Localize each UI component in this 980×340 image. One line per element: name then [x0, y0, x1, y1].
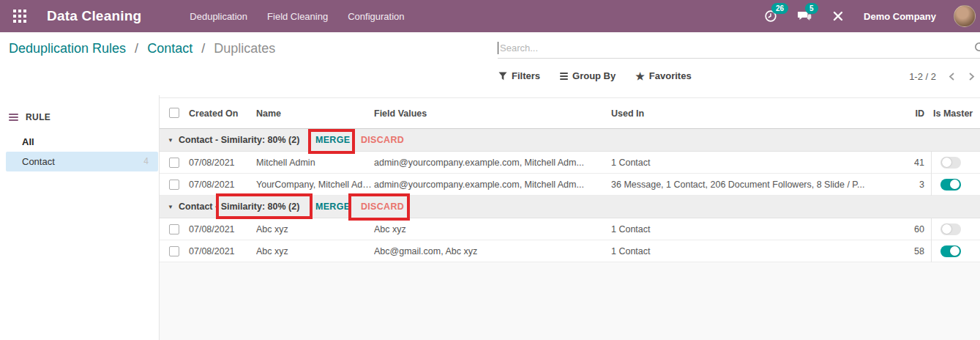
row-checkbox[interactable] [169, 158, 179, 168]
table-row[interactable]: 07/08/2021 Abc xyz Abc@gmail.com, Abc xy… [160, 240, 980, 262]
column-header-name[interactable]: Name [256, 108, 281, 119]
cell-field-values: Abc xyz [374, 218, 610, 240]
breadcrumb-contact[interactable]: Contact [147, 41, 192, 56]
toggle-knob [950, 246, 960, 256]
messages-badge: 5 [805, 3, 818, 14]
breadcrumb-separator: / [135, 41, 138, 56]
cell-used-in: 1 Contact [611, 152, 922, 174]
apps-menu-button[interactable] [9, 5, 31, 27]
cell-field-values: admin@yourcompany.example.com, Mitchell … [374, 152, 610, 174]
top-navbar: Data Cleaning Deduplication Field Cleani… [0, 0, 980, 32]
sidebar-item-label: Contact [22, 156, 55, 167]
is-master-toggle[interactable] [940, 157, 961, 169]
is-master-toggle[interactable] [940, 245, 961, 257]
row-checkbox[interactable] [169, 180, 179, 190]
row-checkbox[interactable] [169, 246, 179, 256]
sidebar-item-label: All [22, 136, 34, 147]
group-row-2[interactable]: ▼ Contact - Similarity: 80% (2) MERGE DI… [160, 196, 980, 218]
group-by-label: Group By [572, 70, 616, 81]
discard-button[interactable]: DISCARD [361, 196, 404, 218]
menu-item-deduplication[interactable]: Deduplication [190, 11, 247, 22]
merge-button[interactable]: MERGE [315, 196, 350, 218]
pager-previous-button[interactable] [948, 72, 956, 81]
table-row[interactable]: 07/08/2021 Mitchell Admin admin@yourcomp… [160, 152, 980, 174]
cell-name: Mitchell Admin [256, 152, 372, 174]
star-icon: ★ [635, 71, 645, 81]
filter-funnel-icon [498, 72, 507, 81]
column-header-used-in[interactable]: Used In [611, 108, 644, 119]
collapse-caret-icon[interactable]: ▼ [168, 196, 173, 218]
row-checkbox[interactable] [169, 224, 179, 234]
pager-range: 1-2 / 2 [909, 71, 936, 82]
cell-field-values: admin@yourcompany.example.com, Mitchell … [374, 174, 610, 196]
toggle-knob [950, 180, 960, 189]
cell-created-on: 07/08/2021 [189, 240, 235, 262]
favorites-label: Favorites [649, 70, 692, 81]
cell-id: 58 [914, 240, 924, 262]
navbar-right: 26 5 Demo Company [763, 5, 980, 27]
column-separator [931, 152, 932, 196]
menu-item-configuration[interactable]: Configuration [348, 11, 404, 22]
company-menu[interactable]: Demo Company [864, 11, 936, 22]
discard-button[interactable]: DISCARD [361, 129, 404, 152]
activities-badge: 26 [771, 3, 788, 14]
pager-next-button[interactable] [968, 72, 976, 81]
collapse-caret-icon[interactable]: ▼ [168, 129, 173, 152]
toggle-knob [942, 224, 951, 234]
activities-button[interactable]: 26 [763, 8, 779, 24]
favorites-button[interactable]: ★ Favorites [635, 70, 691, 81]
sidebar-item-count: 4 [143, 152, 149, 171]
group-label: Contact - Similarity: 80% (2) [179, 129, 299, 152]
menu-item-field-cleaning[interactable]: Field Cleaning [267, 11, 328, 22]
group-label: Contact - Similarity: 80% (2) [179, 196, 299, 218]
column-header-created-on[interactable]: Created On [189, 108, 238, 119]
table-row[interactable]: 07/08/2021 Abc xyz Abc xyz 1 Contact 60 [160, 218, 980, 240]
navbar-menu: Deduplication Field Cleaning Configurati… [190, 11, 404, 22]
group-by-icon [560, 73, 568, 80]
search-bar [498, 37, 980, 59]
toggle-knob [942, 158, 951, 167]
sidebar-item-all[interactable]: All [6, 132, 158, 152]
cell-field-values: Abc@gmail.com, Abc xyz [374, 240, 610, 262]
rule-list-icon [9, 114, 18, 121]
breadcrumb-separator: / [201, 41, 205, 56]
cell-used-in: 1 Contact [611, 240, 922, 262]
search-options: Filters Group By ★ Favorites [498, 70, 692, 81]
select-all-checkbox[interactable] [169, 108, 179, 118]
breadcrumb-current: Duplicates [214, 41, 275, 56]
search-icon[interactable] [974, 42, 980, 54]
sidebar-rule-heading: RULE [9, 112, 159, 122]
cell-name: Abc xyz [256, 240, 372, 262]
breadcrumb-deduplication-rules[interactable]: Deduplication Rules [9, 41, 126, 56]
table-row[interactable]: 07/08/2021 YourCompany, Mitchell Adm... … [160, 174, 980, 196]
group-row-1[interactable]: ▼ Contact - Similarity: 80% (2) MERGE DI… [160, 129, 980, 152]
is-master-toggle[interactable] [940, 223, 961, 235]
user-avatar[interactable] [954, 5, 976, 27]
is-master-toggle[interactable] [940, 179, 961, 191]
group-by-button[interactable]: Group By [560, 70, 616, 81]
column-header-is-master[interactable]: Is Master [933, 108, 973, 119]
column-header-id[interactable]: ID [916, 108, 925, 119]
sidebar: RULE All Contact 4 [0, 95, 160, 340]
cell-used-in: 36 Message, 1 Contact, 206 Document Foll… [611, 174, 922, 196]
messages-button[interactable]: 5 [796, 8, 812, 24]
merge-button[interactable]: MERGE [315, 129, 350, 152]
apps-grid-icon [13, 10, 26, 23]
cell-created-on: 07/08/2021 [189, 174, 235, 196]
support-tools-button[interactable] [830, 8, 846, 24]
sidebar-heading-label: RULE [26, 112, 51, 122]
filters-button[interactable]: Filters [498, 70, 540, 81]
column-header-field-values[interactable]: Field Values [374, 108, 427, 119]
cell-used-in: 1 Contact [611, 218, 922, 240]
pager: 1-2 / 2 [909, 71, 976, 82]
duplicates-table: Created On Name Field Values Used In ID … [160, 97, 980, 340]
cell-name: Abc xyz [256, 218, 372, 240]
column-separator [931, 218, 932, 262]
search-input[interactable] [498, 42, 980, 53]
cell-id: 41 [914, 152, 924, 174]
sidebar-item-contact[interactable]: Contact 4 [6, 152, 158, 171]
data-cleaning-app: Data Cleaning Deduplication Field Cleani… [0, 0, 980, 340]
filters-label: Filters [512, 70, 540, 81]
breadcrumb: Deduplication Rules / Contact / Duplicat… [9, 41, 275, 56]
cell-created-on: 07/08/2021 [189, 218, 235, 240]
